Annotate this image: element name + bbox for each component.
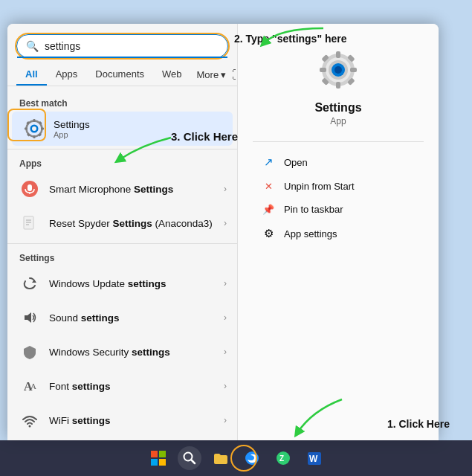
action-open[interactable]: ↗ Open	[253, 149, 424, 175]
right-panel: Settings App ↗ Open ✕ Unpin from Start 📌…	[238, 24, 439, 440]
setting-security[interactable]: Windows Security settings ›	[7, 335, 237, 369]
settings-app-icon	[22, 117, 46, 141]
setting-security-name: Windows Security settings	[49, 347, 224, 358]
taskbar: Z W	[0, 440, 472, 476]
action-app-settings[interactable]: ⚙ App settings	[253, 221, 424, 246]
search-icon: 🔍	[26, 40, 39, 52]
font-icon: A A	[18, 374, 42, 398]
app-reset-spyder[interactable]: Reset Spyder Settings (Anaconda3) ›	[7, 206, 237, 240]
chevron-icon: ›	[224, 184, 227, 194]
setting-sound-name: Sound settings	[49, 312, 224, 324]
svg-text:W: W	[309, 454, 318, 464]
sound-icon	[18, 306, 42, 329]
best-match-item[interactable]: Settings App	[12, 112, 233, 146]
setting-windows-update[interactable]: Windows Update settings ›	[7, 266, 237, 300]
svg-rect-32	[350, 68, 357, 72]
best-match-sub: App	[54, 130, 222, 139]
taskbar-word-button[interactable]: W	[303, 446, 326, 470]
search-bar[interactable]: 🔍 settings	[16, 34, 228, 58]
app-smart-mic-name: Smart Microphone Settings	[49, 184, 224, 195]
setting-wifi-name: WiFi settings	[49, 415, 224, 426]
best-match-label: Best match	[7, 92, 237, 112]
left-panel: 🔍 settings All Apps Documents Web More ▾…	[7, 24, 238, 440]
folder-icon	[213, 450, 229, 466]
settings-section-label: Settings	[7, 247, 237, 266]
setting-sound[interactable]: Sound settings ›	[7, 300, 237, 335]
chevron-down-icon: ▾	[221, 69, 226, 80]
tab-documents[interactable]: Documents	[86, 64, 153, 86]
svg-rect-2	[33, 119, 36, 122]
action-unpin-label: Unpin from Start	[284, 181, 355, 192]
search-taskbar-icon	[182, 451, 197, 466]
microphone-icon	[18, 177, 42, 201]
chevron-icon-6: ›	[224, 381, 227, 391]
right-app-name: Settings	[314, 101, 361, 115]
svg-rect-3	[33, 135, 36, 138]
edge-icon	[244, 450, 260, 466]
svg-point-23	[29, 425, 31, 428]
setting-wifi[interactable]: WiFi settings ›	[7, 403, 237, 437]
app-smart-microphone[interactable]: Smart Microphone Settings ›	[7, 172, 237, 206]
word-icon: W	[306, 450, 323, 466]
windows-start-button[interactable]	[146, 446, 170, 470]
best-match-text: Settings App	[54, 119, 222, 139]
tabs-bar: All Apps Documents Web More ▾ ⛶ ···	[7, 64, 237, 86]
unpin-icon: ✕	[260, 181, 277, 192]
search-value[interactable]: settings	[45, 40, 219, 52]
svg-rect-29	[336, 51, 340, 58]
zoom-icon: Z	[275, 450, 291, 466]
chevron-icon-3: ›	[224, 278, 227, 289]
svg-marker-20	[25, 312, 31, 323]
right-app-type: App	[330, 116, 346, 126]
chevron-icon-7: ›	[224, 415, 227, 425]
open-icon: ↗	[260, 155, 277, 169]
svg-text:A: A	[30, 382, 36, 390]
svg-line-41	[191, 460, 195, 463]
svg-rect-31	[320, 68, 326, 72]
svg-marker-19	[32, 280, 36, 283]
sync-icon	[18, 271, 42, 295]
chevron-icon-4: ›	[224, 312, 227, 323]
taskbar-zoom-button[interactable]: Z	[271, 446, 295, 470]
windows-logo-icon	[151, 451, 166, 466]
svg-rect-5	[41, 128, 44, 130]
app-smart-mic-text: Smart Microphone Settings	[49, 184, 224, 195]
action-open-label: Open	[284, 157, 308, 168]
chevron-icon-5: ›	[224, 347, 227, 357]
tab-all[interactable]: All	[16, 64, 47, 86]
chevron-icon-2: ›	[224, 218, 227, 228]
search-results: Best match	[7, 86, 237, 440]
svg-rect-4	[25, 128, 28, 130]
svg-point-11	[32, 126, 36, 131]
app-spyder-name: Reset Spyder Settings (Anaconda3)	[49, 218, 224, 229]
tab-web[interactable]: Web	[153, 64, 191, 86]
shield-icon	[18, 340, 42, 364]
taskbar-explorer-button[interactable]	[209, 446, 233, 470]
tab-apps[interactable]: Apps	[47, 64, 87, 86]
document-icon	[18, 211, 42, 235]
svg-rect-13	[28, 184, 32, 191]
svg-point-39	[334, 66, 342, 74]
action-pin-label: Pin to taskbar	[284, 204, 343, 215]
wifi-icon	[18, 408, 42, 432]
setting-font-name: Font settings	[49, 381, 224, 392]
taskbar-search-button[interactable]	[178, 446, 201, 470]
action-pin-taskbar[interactable]: 📌 Pin to taskbar	[253, 198, 424, 221]
app-spyder-text: Reset Spyder Settings (Anaconda3)	[49, 218, 224, 229]
settings-small-icon: ⚙	[260, 227, 277, 240]
setting-update-name: Windows Update settings	[49, 278, 224, 289]
tab-more[interactable]: More ▾	[191, 65, 233, 85]
action-app-settings-label: App settings	[284, 228, 337, 239]
svg-rect-30	[336, 82, 340, 89]
best-match-name: Settings	[54, 119, 222, 130]
svg-text:Z: Z	[279, 454, 284, 463]
settings-large-icon	[314, 46, 362, 94]
apps-section-label: Apps	[7, 152, 237, 172]
action-unpin[interactable]: ✕ Unpin from Start	[253, 175, 424, 198]
taskbar-edge-button[interactable]	[240, 446, 264, 470]
start-menu: 🔍 settings All Apps Documents Web More ▾…	[7, 24, 439, 440]
setting-font[interactable]: A A Font settings ›	[7, 369, 237, 403]
pin-icon: 📌	[260, 204, 277, 215]
